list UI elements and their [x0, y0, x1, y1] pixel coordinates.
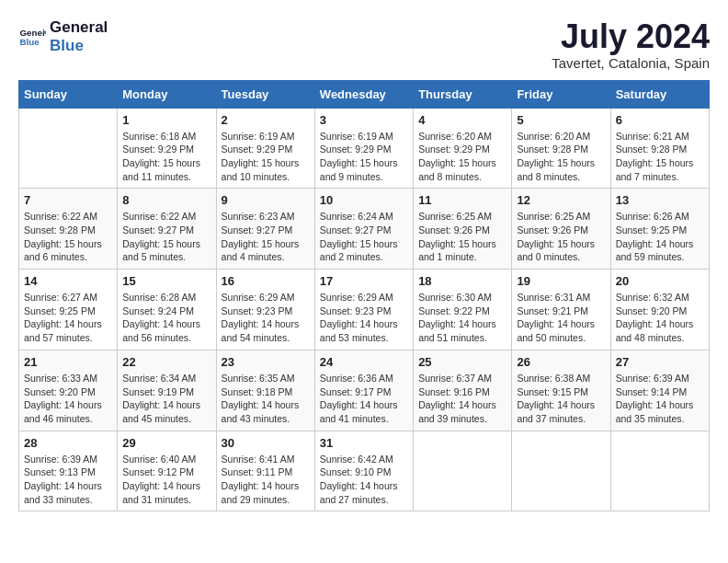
sunset-text: Sunset: 9:27 PM: [122, 224, 194, 236]
calendar-cell: 5 Sunrise: 6:20 AM Sunset: 9:28 PM Dayli…: [512, 108, 610, 189]
sunset-text: Sunset: 9:16 PM: [418, 386, 490, 397]
day-info: Sunrise: 6:30 AM Sunset: 9:22 PM Dayligh…: [418, 291, 506, 345]
day-info: Sunrise: 6:38 AM Sunset: 9:15 PM Dayligh…: [517, 372, 605, 426]
sunset-text: Sunset: 9:23 PM: [222, 305, 293, 316]
sunrise-text: Sunrise: 6:25 AM: [517, 211, 590, 222]
calendar-cell: 7 Sunrise: 6:22 AM Sunset: 9:28 PM Dayli…: [19, 189, 118, 270]
sunset-text: Sunset: 9:29 PM: [320, 144, 392, 155]
sunset-text: Sunset: 9:24 PM: [122, 305, 194, 316]
calendar-cell: 16 Sunrise: 6:29 AM Sunset: 9:23 PM Dayl…: [216, 270, 314, 350]
day-number: 26: [517, 355, 605, 369]
sunset-text: Sunset: 9:12 PM: [122, 466, 194, 477]
calendar-cell: 20 Sunrise: 6:32 AM Sunset: 9:20 PM Dayl…: [610, 270, 709, 350]
calendar-cell: 22 Sunrise: 6:34 AM Sunset: 9:19 PM Dayl…: [118, 350, 216, 431]
sunrise-text: Sunrise: 6:28 AM: [122, 292, 196, 303]
day-info: Sunrise: 6:21 AM Sunset: 9:28 PM Dayligh…: [616, 130, 704, 184]
calendar-cell: 23 Sunrise: 6:35 AM Sunset: 9:18 PM Dayl…: [216, 350, 314, 431]
day-number: 10: [320, 193, 408, 207]
daylight-text: Daylight: 14 hours and 45 minutes.: [122, 399, 200, 424]
sunrise-text: Sunrise: 6:18 AM: [122, 131, 196, 142]
day-info: Sunrise: 6:36 AM Sunset: 9:17 PM Dayligh…: [320, 372, 408, 426]
sunrise-text: Sunrise: 6:19 AM: [320, 131, 393, 142]
sunset-text: Sunset: 9:28 PM: [616, 144, 688, 155]
daylight-text: Daylight: 14 hours and 41 minutes.: [320, 399, 398, 424]
day-number: 1: [122, 113, 210, 127]
sunrise-text: Sunrise: 6:34 AM: [122, 373, 196, 384]
sunset-text: Sunset: 9:28 PM: [24, 224, 96, 236]
daylight-text: Daylight: 14 hours and 51 minutes.: [418, 318, 496, 343]
day-info: Sunrise: 6:33 AM Sunset: 9:20 PM Dayligh…: [24, 372, 112, 426]
daylight-text: Daylight: 15 hours and 4 minutes.: [222, 238, 300, 263]
day-info: Sunrise: 6:18 AM Sunset: 9:29 PM Dayligh…: [122, 130, 210, 184]
sunrise-text: Sunrise: 6:26 AM: [616, 211, 689, 222]
day-number: 18: [418, 274, 506, 288]
day-number: 9: [222, 193, 310, 207]
calendar-cell: 18 Sunrise: 6:30 AM Sunset: 9:22 PM Dayl…: [414, 270, 512, 350]
sunrise-text: Sunrise: 6:38 AM: [517, 373, 590, 384]
weekday-header-monday: Monday: [118, 80, 216, 108]
sunrise-text: Sunrise: 6:29 AM: [222, 292, 295, 303]
day-number: 11: [418, 193, 506, 207]
daylight-text: Daylight: 15 hours and 1 minute.: [418, 238, 496, 263]
calendar-cell: 19 Sunrise: 6:31 AM Sunset: 9:21 PM Dayl…: [512, 270, 610, 350]
sunrise-text: Sunrise: 6:39 AM: [24, 454, 97, 465]
daylight-text: Daylight: 15 hours and 10 minutes.: [222, 157, 300, 182]
daylight-text: Daylight: 14 hours and 48 minutes.: [616, 318, 694, 343]
day-number: 4: [418, 113, 506, 127]
daylight-text: Daylight: 14 hours and 54 minutes.: [222, 318, 300, 343]
calendar-cell: 6 Sunrise: 6:21 AM Sunset: 9:28 PM Dayli…: [610, 108, 709, 189]
sunrise-text: Sunrise: 6:21 AM: [616, 131, 689, 142]
day-number: 6: [616, 113, 704, 127]
day-number: 25: [418, 355, 506, 369]
logo: General Blue General Blue: [18, 18, 108, 54]
sunset-text: Sunset: 9:26 PM: [418, 224, 490, 236]
day-number: 5: [517, 113, 605, 127]
sunset-text: Sunset: 9:20 PM: [24, 386, 96, 397]
weekday-header-row: SundayMondayTuesdayWednesdayThursdayFrid…: [19, 80, 710, 108]
sunrise-text: Sunrise: 6:36 AM: [320, 373, 393, 384]
sunrise-text: Sunrise: 6:23 AM: [222, 211, 295, 222]
calendar-cell: 29 Sunrise: 6:40 AM Sunset: 9:12 PM Dayl…: [118, 431, 216, 511]
calendar-cell: 21 Sunrise: 6:33 AM Sunset: 9:20 PM Dayl…: [19, 350, 118, 431]
day-info: Sunrise: 6:35 AM Sunset: 9:18 PM Dayligh…: [222, 372, 310, 426]
sunrise-text: Sunrise: 6:22 AM: [122, 211, 196, 222]
day-info: Sunrise: 6:25 AM Sunset: 9:26 PM Dayligh…: [418, 210, 506, 264]
sunrise-text: Sunrise: 6:42 AM: [320, 454, 393, 465]
day-info: Sunrise: 6:20 AM Sunset: 9:28 PM Dayligh…: [517, 130, 605, 184]
sunrise-text: Sunrise: 6:25 AM: [418, 211, 492, 222]
calendar-cell: 8 Sunrise: 6:22 AM Sunset: 9:27 PM Dayli…: [118, 189, 216, 270]
calendar-cell: 1 Sunrise: 6:18 AM Sunset: 9:29 PM Dayli…: [118, 108, 216, 189]
daylight-text: Daylight: 14 hours and 37 minutes.: [517, 399, 595, 424]
calendar-cell: 11 Sunrise: 6:25 AM Sunset: 9:26 PM Dayl…: [414, 189, 512, 270]
calendar-week-row: 21 Sunrise: 6:33 AM Sunset: 9:20 PM Dayl…: [19, 350, 710, 431]
sunset-text: Sunset: 9:29 PM: [122, 144, 194, 155]
calendar-cell: 13 Sunrise: 6:26 AM Sunset: 9:25 PM Dayl…: [610, 189, 709, 270]
sunset-text: Sunset: 9:18 PM: [222, 386, 293, 397]
day-number: 14: [24, 274, 112, 288]
day-info: Sunrise: 6:39 AM Sunset: 9:13 PM Dayligh…: [24, 453, 112, 507]
day-info: Sunrise: 6:28 AM Sunset: 9:24 PM Dayligh…: [122, 291, 210, 345]
day-info: Sunrise: 6:31 AM Sunset: 9:21 PM Dayligh…: [517, 291, 605, 345]
day-number: 28: [24, 436, 112, 450]
day-number: 30: [222, 436, 310, 450]
day-info: Sunrise: 6:24 AM Sunset: 9:27 PM Dayligh…: [320, 210, 408, 264]
day-number: 20: [616, 274, 704, 288]
day-number: 7: [24, 193, 112, 207]
sunset-text: Sunset: 9:25 PM: [616, 224, 688, 236]
calendar-cell: [19, 108, 118, 189]
sunset-text: Sunset: 9:26 PM: [517, 224, 588, 236]
sunset-text: Sunset: 9:27 PM: [320, 224, 392, 236]
daylight-text: Daylight: 15 hours and 8 minutes.: [517, 157, 595, 182]
logo-line2: Blue: [50, 37, 108, 55]
calendar-cell: 28 Sunrise: 6:39 AM Sunset: 9:13 PM Dayl…: [19, 431, 118, 511]
sunrise-text: Sunrise: 6:24 AM: [320, 211, 393, 222]
title-block: July 2024 Tavertet, Catalonia, Spain: [552, 18, 710, 71]
sunset-text: Sunset: 9:25 PM: [24, 305, 96, 316]
sunrise-text: Sunrise: 6:30 AM: [418, 292, 492, 303]
calendar-cell: 15 Sunrise: 6:28 AM Sunset: 9:24 PM Dayl…: [118, 270, 216, 350]
daylight-text: Daylight: 15 hours and 2 minutes.: [320, 238, 398, 263]
day-number: 8: [122, 193, 210, 207]
daylight-text: Daylight: 15 hours and 9 minutes.: [320, 157, 398, 182]
day-info: Sunrise: 6:22 AM Sunset: 9:28 PM Dayligh…: [24, 210, 112, 264]
day-info: Sunrise: 6:32 AM Sunset: 9:20 PM Dayligh…: [616, 291, 704, 345]
